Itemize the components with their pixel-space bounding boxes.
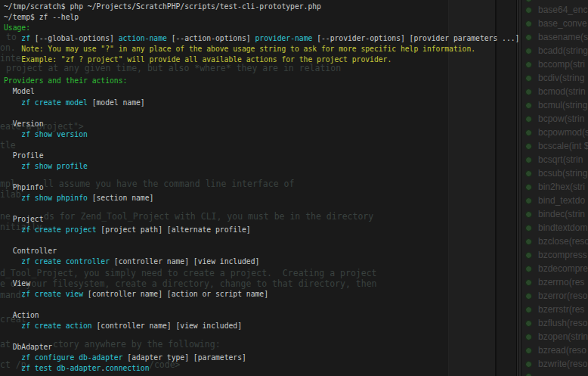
terminal-text-segment: zf create project bbox=[21, 225, 96, 234]
terminal-text-segment: Version bbox=[4, 120, 44, 128]
terminal-text-segment bbox=[4, 130, 21, 138]
terminal-text-segment bbox=[4, 290, 21, 298]
terminal-line: Usage: bbox=[4, 23, 30, 33]
terminal-line: Controller bbox=[4, 247, 57, 256]
terminal-text-segment: Controller bbox=[4, 247, 57, 255]
terminal-line: zf create model [model name] bbox=[4, 98, 145, 107]
terminal-text-segment: provider-name bbox=[255, 34, 312, 42]
terminal-text-segment: zf configure db-adapter bbox=[21, 353, 122, 362]
terminal-text-segment: zf test db-adapter bbox=[21, 364, 101, 372]
terminal-text-segment: Usage: bbox=[4, 23, 30, 32]
terminal-text-segment: ~/tmp/scratch$ php ~/Projects/ScratchPHP… bbox=[4, 2, 321, 11]
terminal-text-segment: action-name bbox=[119, 34, 167, 42]
terminal-window[interactable]: ~/tmp/scratch$ php ~/Projects/ScratchPHP… bbox=[0, 0, 588, 376]
terminal-text-segment: Action bbox=[4, 311, 39, 319]
terminal-text-segment: [controller name] [view included] bbox=[110, 257, 259, 266]
terminal-text-segment: [adapter type] [parameters] bbox=[123, 353, 246, 362]
terminal-text-segment: [section name] bbox=[88, 194, 154, 202]
terminal-text-segment bbox=[4, 353, 21, 362]
terminal-text-segment bbox=[4, 225, 21, 234]
terminal-line: Example: "zf ? project" will provide all… bbox=[4, 55, 391, 64]
terminal-prompt-line: ~/temp$ zf --help bbox=[4, 13, 79, 22]
terminal-text-segment bbox=[4, 322, 21, 330]
terminal-text-segment bbox=[4, 194, 21, 202]
terminal-text-segment: Note: You may use "?" in any place of th… bbox=[4, 45, 475, 53]
terminal-text-segment: Phpinfo bbox=[4, 183, 44, 191]
terminal-text-segment bbox=[4, 257, 21, 266]
terminal-text-segment: Profile bbox=[4, 151, 44, 160]
terminal-line: DbAdapter bbox=[4, 343, 52, 352]
terminal-text-segment: zf bbox=[21, 34, 30, 42]
terminal-line: zf create project [project path] [altern… bbox=[4, 225, 251, 235]
terminal-prompt-line: ~/tmp/scratch$ php ~/Projects/ScratchPHP… bbox=[4, 2, 321, 11]
terminal-line: zf test db-adapter.connection bbox=[4, 364, 150, 373]
terminal-line: Providers and their actions: bbox=[4, 76, 127, 85]
terminal-text-segment: zf create action bbox=[21, 322, 91, 330]
terminal-text-segment bbox=[4, 162, 21, 170]
terminal-line: Version bbox=[4, 120, 44, 129]
terminal-text-segment: zf show version bbox=[21, 130, 88, 138]
terminal-text-segment: [--global-options] bbox=[30, 34, 119, 42]
terminal-text-segment: Providers and their actions: bbox=[4, 76, 127, 85]
terminal-text-segment: DbAdapter bbox=[4, 343, 52, 351]
terminal-text-segment: View bbox=[4, 279, 30, 287]
terminal-line: zf create action [controller name] [view… bbox=[4, 322, 242, 331]
terminal-text-segment: zf show profile bbox=[21, 162, 88, 170]
terminal-text-segment bbox=[4, 364, 21, 372]
terminal-text-segment: Model bbox=[4, 87, 35, 95]
terminal-text-segment bbox=[4, 98, 21, 107]
terminal-text-segment: zf create controller bbox=[21, 257, 110, 266]
terminal-line: Model bbox=[4, 87, 35, 96]
terminal-text-segment: zf show phpinfo bbox=[21, 194, 88, 202]
terminal-text-segment: connection bbox=[105, 364, 149, 372]
terminal-text-segment: [--action-options] bbox=[167, 34, 255, 42]
terminal-line: zf [--global-options] action-name [--act… bbox=[4, 34, 519, 43]
terminal-line: zf configure db-adapter [adapter type] [… bbox=[4, 353, 246, 362]
terminal-text-segment bbox=[4, 34, 21, 42]
terminal-line: Phpinfo bbox=[4, 183, 44, 192]
terminal-line: Note: You may use "?" in any place of th… bbox=[4, 45, 475, 54]
terminal-line: zf show version bbox=[4, 130, 88, 139]
terminal-text-segment: zf create view bbox=[21, 290, 83, 298]
terminal-line: Action bbox=[4, 311, 39, 320]
terminal-text-segment: [project path] [alternate profile] bbox=[97, 225, 251, 234]
terminal-line: Profile bbox=[4, 151, 44, 160]
terminal-text-segment: ~/temp$ zf --help bbox=[4, 13, 79, 21]
terminal-text-segment: [controller name] [action or script name… bbox=[83, 290, 268, 298]
terminal-line: View bbox=[4, 279, 30, 288]
terminal-line: zf show phpinfo [section name] bbox=[4, 194, 153, 203]
terminal-line: zf create controller [controller name] [… bbox=[4, 257, 259, 266]
terminal-line: zf create view [controller name] [action… bbox=[4, 290, 268, 299]
terminal-text-segment: [model name] bbox=[88, 98, 145, 107]
terminal-line: zf show profile bbox=[4, 162, 88, 171]
terminal-text-segment: Example: "zf ? project" will provide all… bbox=[4, 55, 391, 64]
terminal-line: Project bbox=[4, 215, 44, 224]
terminal-text-segment: [controller name] [view included] bbox=[92, 322, 242, 330]
terminal-text-segment: Project bbox=[4, 215, 44, 223]
terminal-text-segment: zf create model bbox=[21, 98, 88, 107]
terminal-text-segment: [--provider-options] [provider parameter… bbox=[312, 34, 519, 42]
